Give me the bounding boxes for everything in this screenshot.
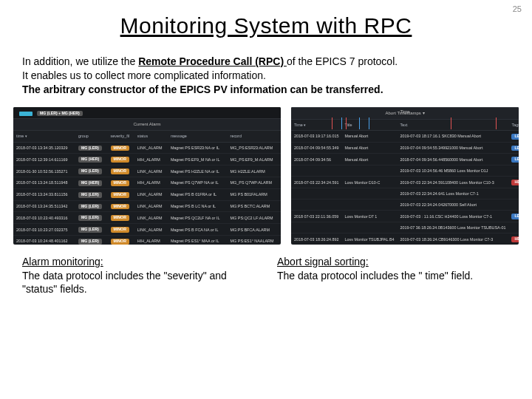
table-row: 2018-07-03 13:34:35.120329MG (LER)MINORL… [13,142,281,154]
caption-right: Abort signal sorting: The data protocol … [277,255,510,297]
table-row: 2018-07-03 18:26:24.892Loss Monitor TSUB… [291,233,519,245]
abort-panel: Time 19:00 20:00 04:00 12:30 Abort Times… [291,107,519,245]
col-time: Time ▾ [291,120,342,131]
abort-table-header-row: Time ▾ Title Text Tags [291,120,519,131]
col-status: status [134,131,168,142]
brand-icon [19,112,33,116]
table-row: 2018-07-03 10:23:27.032375MG (LER)MINORL… [13,224,281,236]
captions-row: Alarm monitoring: The data protocol incl… [0,255,532,297]
table-row: 2018-07-03 10:23:40.493316MG (LER)MINORL… [13,212,281,224]
abort-timeline: Time 19:00 20:00 04:00 12:30 [291,107,519,108]
table-row: 2018-07-03 10:24:48.401162MG (LER)MINORH… [13,235,281,244]
col-text: Text [398,120,509,131]
page-number: 25 [513,4,522,13]
caption-left-body: The data protocol includes the "severity… [22,270,227,296]
table-row: 2018-07-04 09:34:56Manual Abort2018-07-0… [291,154,519,166]
table-row: 2018-07-03 13:24:33.811156MG (LER)MINORL… [13,188,281,200]
table-row: 2018-07-03 13:24:18.511948MG (HER)MINORH… [13,177,281,188]
intro-line2: It enables us to collect more complicate… [22,69,266,81]
table-row: 2018-07-03 13:24:35.511342MG (LER)MINORL… [13,200,281,212]
caption-left: Alarm monitoring: The data protocol incl… [22,255,255,297]
table-row: 2018-07-03 19:17:16.015Manual Abort2019-… [291,130,519,142]
caption-left-title: Alarm monitoring: [22,256,103,267]
alarm-section-title: Current Alarm [13,119,281,131]
col-title: Title [342,120,398,131]
alarm-header-badge: MG (LER) + MG (HER) [37,111,83,117]
table-row: 2018-07-04 09:54:55.349Manual Abort2019-… [291,142,519,154]
col-record: record [228,131,281,142]
intro-line1-post: of the EPICS 7 protocol. [287,55,398,67]
timeline-title: Time [400,109,409,115]
alarm-table-header-row: time ▾ group severity_fil status message… [13,131,281,142]
alarm-panel-header: MG (LER) + MG (HER) [13,107,281,120]
intro-paragraph: In addition, we utilize the Remote Proce… [0,55,532,97]
table-row: 2018-07-03 22:34:24.591Loss Monitor D10-… [291,177,519,188]
table-row: 2018-01-30 10:52:56.135271MG (LER)MINORL… [13,166,281,177]
table-row: 2019-07 36 18:26:24.0B143600 Loss Monito… [291,222,519,233]
table-row: 2019-07-03 22:34:24.641 Loss Monitor C7-… [291,188,519,200]
table-row: 2018-07-03 12:39:14.611169MG (HER)MINORH… [13,154,281,166]
abort-table: Time ▾ Title Text Tags 2018-07-03 19:17:… [291,120,519,245]
intro-line1-pre: In addition, we utilize the [22,55,138,67]
screenshot-panels: MG (LER) + MG (HER) Current Alarm time ▾… [0,107,532,245]
table-row: 2019-07-03 22:34:24.042670000 Self Abort [291,200,519,211]
caption-right-title: Abort signal sorting: [277,256,369,267]
alarm-panel: MG (LER) + MG (HER) Current Alarm time ▾… [13,107,281,245]
caption-right-body: The data protocol includes the " time" f… [277,270,473,282]
col-tags: Tags [508,120,519,131]
intro-line3-bold: The arbitrary constructor of the EPICS P… [22,83,383,95]
alarm-table: time ▾ group severity_fil status message… [13,131,281,244]
col-time: time ▾ [13,131,75,142]
col-group: group [75,131,108,142]
table-row: 2018 07-03 22:11:36.059Loss Monitor D7 1… [291,211,519,222]
slide-title: Monitoring System with RPC [0,13,532,38]
intro-rpc-underline: Remote Procedure Call (RPC) [138,55,287,67]
col-message: message [168,131,228,142]
col-severity: severity_fil [108,131,134,142]
table-row: 2019-07-03 10:24:56.46 M5860 Loss Monito… [291,166,519,177]
